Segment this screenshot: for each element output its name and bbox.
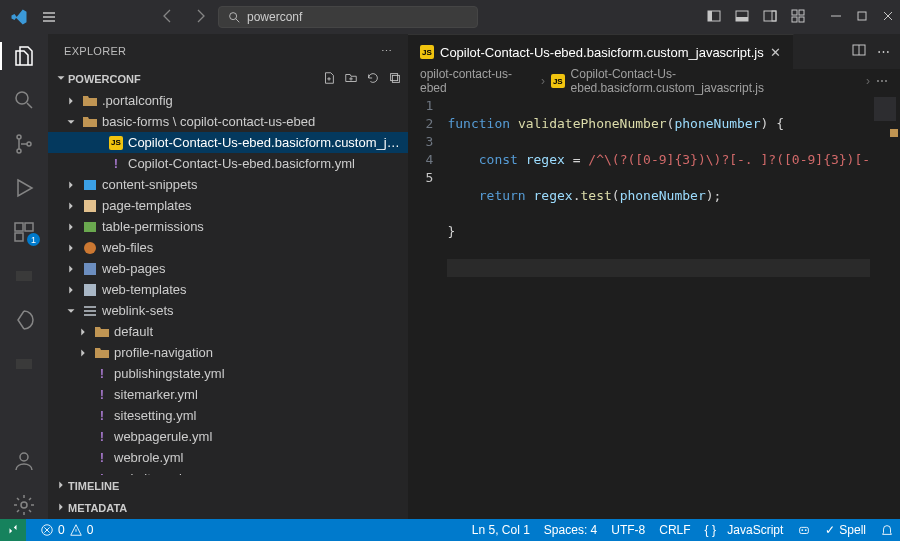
twistie-icon	[76, 430, 90, 444]
explorer-more-icon[interactable]: ⋯	[381, 45, 392, 58]
refresh-icon[interactable]	[366, 71, 380, 87]
breadcrumb-seg-2[interactable]: Copilot-Contact-Us-ebed.basicform.custom…	[571, 67, 860, 95]
vscode-logo-icon	[10, 8, 28, 26]
nav-forward-icon[interactable]	[192, 8, 208, 27]
activity-power-platform[interactable]	[10, 306, 38, 334]
status-cursor[interactable]: Ln 5, Col 1	[472, 523, 530, 537]
folder-item[interactable]: .portalconfig	[48, 90, 408, 111]
tree-item-label: default	[114, 324, 153, 339]
file-item[interactable]: !publishingstate.yml	[48, 363, 408, 384]
folder-item[interactable]: web-pages	[48, 258, 408, 279]
file-item[interactable]: !sitesetting.yml	[48, 405, 408, 426]
titlebar: powerconf	[0, 0, 900, 34]
twistie-icon	[64, 115, 78, 129]
activity-run-debug[interactable]	[10, 174, 38, 202]
tree-item-label: table-permissions	[102, 219, 204, 234]
code-editor[interactable]: 12345 function validatePhoneNumber(phone…	[408, 93, 900, 519]
nav-back-icon[interactable]	[160, 8, 176, 27]
status-copilot-icon[interactable]	[797, 523, 811, 537]
layout-panel-icon[interactable]	[734, 8, 750, 27]
remote-indicator[interactable]	[0, 519, 26, 541]
js-file-icon: JS	[420, 45, 434, 59]
explorer-root-label: POWERCONF	[68, 73, 141, 85]
tree-item-label: Copilot-Contact-Us-ebed.basicform.yml	[128, 156, 355, 171]
file-item[interactable]: !sitemarker.yml	[48, 384, 408, 405]
status-eol[interactable]: CRLF	[659, 523, 690, 537]
twistie-icon	[90, 136, 104, 150]
tree-item-label: sitemarker.yml	[114, 387, 198, 402]
status-language[interactable]: { } JavaScript	[705, 523, 784, 537]
status-spell[interactable]: ✓ Spell	[825, 523, 866, 537]
file-item[interactable]: !webrole.yml	[48, 447, 408, 468]
twistie-icon	[64, 94, 78, 108]
new-folder-icon[interactable]	[344, 71, 358, 87]
activity-bar: 1	[0, 34, 48, 519]
layout-sidebar-right-icon[interactable]	[762, 8, 778, 27]
code-lines[interactable]: function validatePhoneNumber(phoneNumber…	[447, 93, 870, 519]
svg-point-28	[84, 242, 96, 254]
activity-extensions[interactable]: 1	[10, 218, 38, 246]
folder-item[interactable]: content-snippets	[48, 174, 408, 195]
file-item[interactable]: !webpagerule.yml	[48, 426, 408, 447]
file-item[interactable]: !website.yml	[48, 468, 408, 475]
collapse-all-icon[interactable]	[388, 71, 402, 87]
breadcrumb[interactable]: opilot-contact-us-ebed › JS Copilot-Cont…	[408, 69, 900, 93]
window-minimize-icon[interactable]	[828, 8, 844, 27]
folder-item[interactable]: web-templates	[48, 279, 408, 300]
twistie-icon	[64, 262, 78, 276]
section-timeline[interactable]: TIMELINE	[48, 475, 408, 497]
activity-accounts[interactable]	[10, 447, 38, 475]
folder-item[interactable]: basic-forms \ copilot-contact-us-ebed	[48, 111, 408, 132]
svg-rect-24	[392, 75, 399, 82]
tree-item-label: publishingstate.yml	[114, 366, 225, 381]
svg-rect-17	[25, 223, 33, 231]
svg-rect-33	[800, 527, 809, 533]
folder-item[interactable]: web-files	[48, 237, 408, 258]
section-metadata[interactable]: METADATA	[48, 497, 408, 519]
new-file-icon[interactable]	[322, 71, 336, 87]
tree-item-label: Copilot-Contact-Us-ebed.basicform.custom…	[128, 135, 404, 150]
chevron-right-icon: ›	[541, 74, 545, 88]
status-indent[interactable]: Spaces: 4	[544, 523, 597, 537]
tab-close-icon[interactable]: ✕	[770, 45, 781, 60]
explorer-root-header[interactable]: POWERCONF	[48, 68, 408, 90]
tree-item-label: .portalconfig	[102, 93, 173, 108]
hamburger-menu-icon[interactable]	[38, 6, 60, 28]
minimap[interactable]	[870, 93, 900, 519]
activity-explorer[interactable]	[10, 42, 38, 70]
customize-layout-icon[interactable]	[790, 8, 806, 27]
window-close-icon[interactable]	[880, 8, 896, 27]
svg-point-14	[17, 149, 21, 153]
breadcrumb-seg-1[interactable]: opilot-contact-us-ebed	[420, 67, 535, 95]
layout-sidebar-left-icon[interactable]	[706, 8, 722, 27]
chevron-right-icon: ›	[866, 74, 870, 88]
editor-tabs: JS Copilot-Contact-Us-ebed.basicform.cus…	[408, 34, 900, 69]
activity-placeholder-2[interactable]	[10, 350, 38, 378]
folder-item[interactable]: weblink-sets	[48, 300, 408, 321]
status-problems[interactable]: 0 0	[40, 523, 93, 537]
activity-search[interactable]	[10, 86, 38, 114]
svg-point-22	[21, 502, 27, 508]
svg-point-15	[27, 142, 31, 146]
activity-settings[interactable]	[10, 491, 38, 519]
activity-source-control[interactable]	[10, 130, 38, 158]
folder-item[interactable]: table-permissions	[48, 216, 408, 237]
twistie-icon	[76, 346, 90, 360]
file-item[interactable]: JSCopilot-Contact-Us-ebed.basicform.cust…	[48, 132, 408, 153]
svg-rect-9	[792, 17, 797, 22]
svg-rect-10	[799, 17, 804, 22]
svg-rect-23	[391, 74, 398, 81]
split-editor-icon[interactable]	[851, 42, 867, 61]
command-center-search[interactable]: powerconf	[218, 6, 478, 28]
editor-more-icon[interactable]: ⋯	[877, 44, 890, 59]
folder-item[interactable]: page-templates	[48, 195, 408, 216]
activity-placeholder-1[interactable]	[10, 262, 38, 290]
folder-item[interactable]: default	[48, 321, 408, 342]
status-notifications-icon[interactable]	[880, 523, 894, 537]
folder-item[interactable]: profile-navigation	[48, 342, 408, 363]
section-metadata-label: METADATA	[68, 502, 127, 514]
file-item[interactable]: !Copilot-Contact-Us-ebed.basicform.yml	[48, 153, 408, 174]
status-encoding[interactable]: UTF-8	[611, 523, 645, 537]
editor-tab-active[interactable]: JS Copilot-Contact-Us-ebed.basicform.cus…	[408, 34, 794, 69]
window-maximize-icon[interactable]	[854, 8, 870, 27]
